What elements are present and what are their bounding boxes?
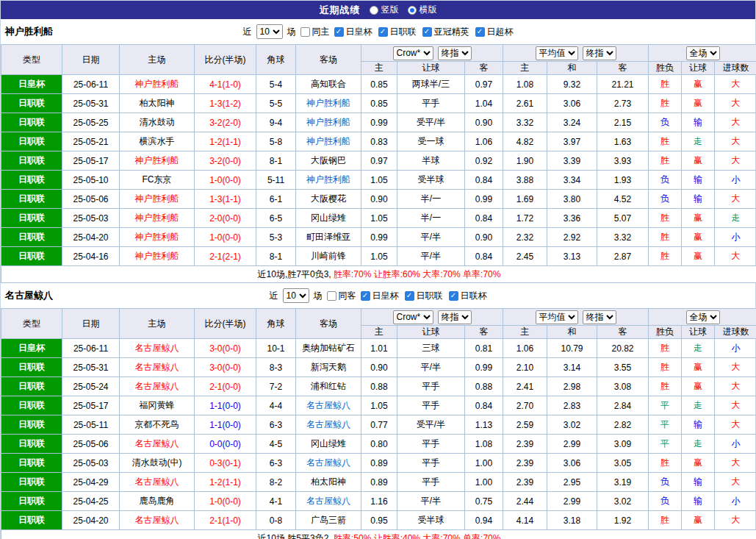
- league-filter-亚冠精英[interactable]: ✓亚冠精英: [422, 26, 469, 38]
- bookmaker-select[interactable]: Crow*: [393, 310, 433, 324]
- col-corner: 角球: [256, 309, 296, 339]
- score-halftime: 1-1(0-0): [195, 396, 256, 415]
- sub-goals-result: 进球数: [715, 326, 756, 339]
- home-team[interactable]: 名古屋鲸八: [120, 377, 195, 396]
- match-date: 25-05-17: [62, 151, 120, 171]
- checkbox-unchecked-icon[interactable]: [300, 27, 310, 37]
- away-team[interactable]: 名古屋鲸八: [296, 396, 361, 415]
- away-team[interactable]: 町田泽维亚: [296, 228, 361, 247]
- home-team[interactable]: 神户胜利船: [120, 228, 195, 247]
- average-time-select[interactable]: 终指: [583, 310, 616, 324]
- away-team[interactable]: 奥纳加钴矿石: [296, 339, 361, 358]
- full-match-select[interactable]: 全场: [686, 310, 720, 324]
- league-filter-日皇杯[interactable]: ✓日皇杯: [334, 26, 372, 38]
- away-team[interactable]: 柏太阳神: [296, 473, 361, 492]
- filter-bar: 近 10 场 同主 ✓日皇杯✓日职联✓亚冠精英✓日超杯: [243, 24, 514, 39]
- home-team[interactable]: 福冈黄蜂: [120, 396, 195, 415]
- checkbox-checked-icon[interactable]: ✓: [475, 27, 485, 37]
- games-count-select[interactable]: 10: [256, 24, 283, 39]
- full-match-select[interactable]: 全场: [686, 46, 720, 60]
- odds-time-select[interactable]: 终指: [438, 310, 472, 324]
- home-team[interactable]: 神户胜利船: [120, 75, 195, 94]
- avg-draw: 2.98: [547, 377, 597, 396]
- away-team[interactable]: 神户胜利船: [296, 113, 361, 132]
- col-corner: 角球: [256, 45, 296, 75]
- away-team[interactable]: 高知联合: [296, 75, 361, 94]
- games-count-select[interactable]: 10: [283, 288, 309, 303]
- corner-score: 4-5: [256, 435, 296, 454]
- average-select[interactable]: 平均值: [536, 46, 578, 60]
- average-time-select[interactable]: 终指: [583, 46, 616, 60]
- home-team[interactable]: 神户胜利船: [120, 209, 195, 228]
- away-team[interactable]: 神户胜利船: [296, 171, 361, 190]
- home-team[interactable]: 柏太阳神: [120, 94, 195, 113]
- result-win-lose: 负: [649, 190, 682, 209]
- odds-away: 1.06: [465, 132, 503, 151]
- away-team[interactable]: 川崎前锋: [296, 247, 361, 266]
- away-team[interactable]: 名古屋鲸八: [296, 415, 361, 435]
- away-team[interactable]: 神户胜利船: [296, 132, 361, 151]
- layout-radio-vertical[interactable]: 竖版: [370, 4, 399, 16]
- radio-unselected-icon[interactable]: [370, 6, 378, 15]
- away-team[interactable]: 新泻天鹅: [296, 358, 361, 377]
- away-team[interactable]: 名古屋鲸八: [296, 454, 361, 473]
- match-row: 日职联25-05-06名古屋鲸八0-0(0-0)4-5冈山绿雉0.80平手1.0…: [1, 435, 756, 454]
- home-team[interactable]: 京都不死鸟: [120, 415, 195, 435]
- avg-draw: 10.79: [547, 339, 597, 358]
- away-team[interactable]: 神户胜利船: [296, 94, 361, 113]
- average-select[interactable]: 平均值: [536, 310, 578, 324]
- checkbox-unchecked-icon[interactable]: [327, 291, 336, 301]
- league-filter-日职联[interactable]: ✓日职联: [405, 290, 443, 302]
- checkbox-checked-icon[interactable]: ✓: [405, 291, 414, 301]
- score-halftime: 1-0(0-0): [195, 228, 256, 247]
- home-team[interactable]: FC东京: [120, 171, 195, 190]
- checkbox-checked-icon[interactable]: ✓: [378, 27, 388, 37]
- checkbox-checked-icon[interactable]: ✓: [334, 27, 344, 37]
- home-team[interactable]: 名古屋鲸八: [120, 435, 195, 454]
- match-type-badge: 日职联: [1, 415, 62, 435]
- away-team[interactable]: 广岛三箭: [296, 511, 361, 530]
- home-team[interactable]: 名古屋鲸八: [120, 473, 195, 492]
- recent-results-page: 近期战绩 竖版 横版 神户胜利船 近 10 场 同主 ✓日皇杯✓日职联: [0, 0, 756, 539]
- home-team[interactable]: 鹿岛鹿角: [120, 492, 195, 511]
- result-win-lose: 平: [649, 396, 682, 415]
- league-filter-日超杯[interactable]: ✓日超杯: [475, 26, 514, 38]
- checkbox-checked-icon[interactable]: ✓: [449, 291, 458, 301]
- odds-home: 0.77: [361, 415, 397, 435]
- home-team[interactable]: 名古屋鲸八: [120, 358, 195, 377]
- away-team[interactable]: 冈山绿雉: [296, 209, 361, 228]
- corner-score: 6-3: [256, 415, 296, 435]
- corner-score: 8-2: [256, 473, 296, 492]
- bookmaker-select[interactable]: Crow*: [393, 46, 433, 60]
- league-filter-日职联[interactable]: ✓日职联: [378, 26, 417, 38]
- home-team[interactable]: 名古屋鲸八: [120, 511, 195, 530]
- home-team[interactable]: 横滨水手: [120, 132, 195, 151]
- checkbox-checked-icon[interactable]: ✓: [422, 27, 432, 37]
- league-filter-日皇杯[interactable]: ✓日皇杯: [361, 290, 399, 302]
- away-team[interactable]: 大阪樱花: [296, 190, 361, 209]
- same-venue-filter[interactable]: 同主: [300, 26, 330, 38]
- checkbox-checked-icon[interactable]: ✓: [361, 291, 370, 301]
- away-team[interactable]: 冈山绿雉: [296, 435, 361, 454]
- result-goals: 大: [715, 247, 756, 266]
- corner-score: 7-2: [256, 377, 296, 396]
- odds-home: 0.83: [361, 132, 397, 151]
- home-team[interactable]: 神户胜利船: [120, 151, 195, 171]
- home-team[interactable]: 清水鼓动: [120, 113, 195, 132]
- home-team[interactable]: 清水鼓动(中): [120, 454, 195, 473]
- odds-home: 1.05: [361, 396, 397, 415]
- odds-time-select[interactable]: 终指: [438, 46, 472, 60]
- home-team[interactable]: 名古屋鲸八: [120, 339, 195, 358]
- layout-radio-horizontal[interactable]: 横版: [408, 4, 437, 16]
- away-team[interactable]: 大阪钢巴: [296, 151, 361, 171]
- away-team[interactable]: 浦和红钻: [296, 377, 361, 396]
- results-table: 类型 日期 主场 比分(半场) 角球 客场 Crow* 终指 平均值: [1, 308, 756, 539]
- avg-draw: 3.14: [547, 358, 597, 377]
- radio-selected-icon[interactable]: [408, 6, 417, 15]
- same-venue-filter[interactable]: 同客: [327, 290, 356, 302]
- avg-draw: 3.80: [547, 190, 597, 209]
- home-team[interactable]: 神户胜利船: [120, 247, 195, 266]
- home-team[interactable]: 神户胜利船: [120, 190, 195, 209]
- away-team[interactable]: 名古屋鲸八: [296, 492, 361, 511]
- league-filter-日联杯[interactable]: ✓日联杯: [449, 290, 487, 302]
